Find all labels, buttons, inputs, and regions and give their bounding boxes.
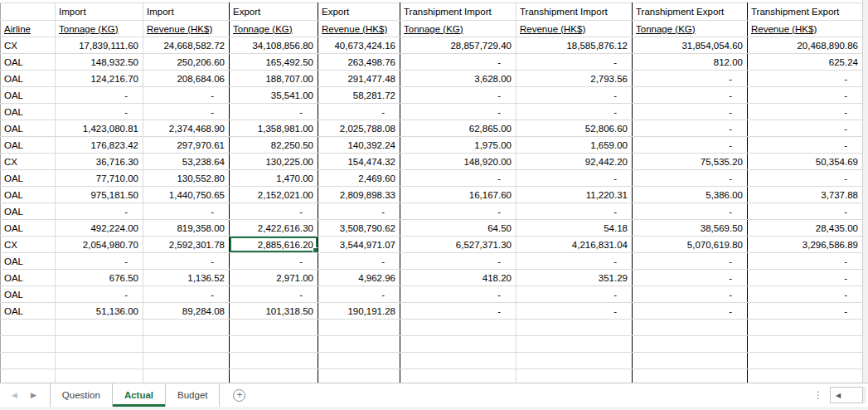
value-cell[interactable]: -: [633, 170, 748, 187]
value-cell[interactable]: 492,224.00: [56, 220, 143, 237]
value-cell[interactable]: 812.00: [633, 54, 748, 71]
value-cell[interactable]: -: [633, 203, 748, 220]
airline-cell[interactable]: OAL: [1, 104, 56, 120]
value-cell[interactable]: 676.50: [56, 270, 143, 286]
value-cell[interactable]: 819,358.00: [143, 220, 230, 237]
column-header-cell[interactable]: Tonnage (KG): [633, 21, 748, 37]
empty-cell[interactable]: [633, 353, 748, 369]
value-cell[interactable]: 36,716.30: [56, 154, 143, 170]
group-header-cell[interactable]: [1, 3, 56, 21]
airline-cell[interactable]: OAL: [1, 220, 56, 237]
value-cell[interactable]: -: [400, 104, 516, 120]
value-cell[interactable]: -: [56, 104, 143, 120]
value-cell[interactable]: -: [748, 203, 863, 220]
value-cell[interactable]: 2,469.60: [318, 170, 400, 187]
airline-cell[interactable]: OAL: [1, 170, 56, 187]
value-cell[interactable]: -: [143, 203, 230, 220]
empty-cell[interactable]: [1, 320, 56, 336]
value-cell[interactable]: 2,809,898.33: [318, 187, 400, 203]
airline-cell[interactable]: CX: [1, 37, 56, 54]
value-cell[interactable]: 130,225.00: [230, 154, 318, 170]
value-cell[interactable]: 2,793.56: [516, 71, 633, 87]
empty-cell[interactable]: [516, 336, 633, 353]
value-cell[interactable]: 28,857,729.40: [400, 37, 516, 54]
value-cell[interactable]: 351.29: [516, 270, 633, 286]
value-cell[interactable]: -: [748, 137, 863, 154]
value-cell[interactable]: 2,152,021.00: [230, 187, 318, 203]
scrollbar-track[interactable]: [863, 387, 866, 403]
empty-cell[interactable]: [633, 336, 748, 353]
value-cell[interactable]: -: [400, 253, 516, 270]
value-cell[interactable]: -: [516, 253, 633, 270]
value-cell[interactable]: 11,220.31: [516, 187, 633, 203]
group-header-cell[interactable]: Transhipment Export: [633, 3, 748, 21]
value-cell[interactable]: -: [56, 87, 143, 104]
value-cell[interactable]: -: [230, 253, 318, 270]
value-cell[interactable]: -: [633, 87, 748, 104]
value-cell[interactable]: -: [748, 286, 863, 303]
value-cell[interactable]: -: [748, 303, 863, 320]
column-header-cell[interactable]: Revenue (HK$): [748, 21, 863, 37]
airline-cell[interactable]: OAL: [1, 253, 56, 270]
scroll-left-button[interactable]: ◀: [830, 387, 863, 403]
value-cell[interactable]: 2,054,980.70: [56, 237, 143, 253]
value-cell[interactable]: 24,668,582.72: [143, 37, 230, 54]
value-cell[interactable]: 148,920.00: [400, 154, 516, 170]
empty-cell[interactable]: [516, 369, 633, 383]
airline-cell[interactable]: CX: [1, 154, 56, 170]
value-cell[interactable]: 58,281.72: [318, 87, 400, 104]
add-sheet-button[interactable]: +: [233, 383, 245, 407]
sheet-tab-actual[interactable]: Actual: [113, 383, 166, 407]
value-cell[interactable]: 3,508,790.62: [318, 220, 400, 237]
value-cell[interactable]: -: [143, 253, 230, 270]
value-cell[interactable]: 1,358,981.00: [230, 120, 318, 137]
value-cell[interactable]: 176,823.42: [56, 137, 143, 154]
value-cell[interactable]: -: [400, 286, 516, 303]
empty-cell[interactable]: [230, 320, 318, 336]
group-header-cell[interactable]: Import: [56, 3, 143, 21]
group-header-cell[interactable]: Import: [143, 3, 230, 21]
value-cell[interactable]: 1,470.00: [230, 170, 318, 187]
value-cell[interactable]: -: [748, 120, 863, 137]
value-cell[interactable]: 18,585,876.12: [516, 37, 633, 54]
value-cell[interactable]: 975,181.50: [56, 187, 143, 203]
empty-cell[interactable]: [400, 369, 516, 383]
empty-cell[interactable]: [633, 320, 748, 336]
value-cell[interactable]: 1,423,080.81: [56, 120, 143, 137]
value-cell[interactable]: 2,422,616.30: [230, 220, 318, 237]
empty-cell[interactable]: [143, 369, 230, 383]
airline-cell[interactable]: OAL: [1, 71, 56, 87]
value-cell[interactable]: 5,070,619.80: [633, 237, 748, 253]
value-cell[interactable]: 31,854,054.60: [633, 37, 748, 54]
empty-cell[interactable]: [230, 369, 318, 383]
value-cell[interactable]: -: [143, 104, 230, 120]
airline-cell[interactable]: OAL: [1, 270, 56, 286]
value-cell[interactable]: -: [748, 170, 863, 187]
value-cell[interactable]: 101,318.50: [230, 303, 318, 320]
empty-cell[interactable]: [143, 320, 230, 336]
value-cell[interactable]: 2,971.00: [230, 270, 318, 286]
value-cell[interactable]: 50,354.69: [748, 154, 863, 170]
empty-cell[interactable]: [56, 353, 143, 369]
airline-cell[interactable]: CX: [1, 237, 56, 253]
value-cell[interactable]: -: [633, 253, 748, 270]
empty-cell[interactable]: [56, 336, 143, 353]
value-cell[interactable]: 40,673,424.16: [318, 37, 400, 54]
value-cell[interactable]: -: [748, 71, 863, 87]
value-cell[interactable]: 1,659.00: [516, 137, 633, 154]
group-header-cell[interactable]: Export: [230, 3, 318, 21]
column-header-cell[interactable]: Tonnage (KG): [56, 21, 143, 37]
group-header-cell[interactable]: Transhipment Import: [516, 3, 633, 21]
value-cell[interactable]: -: [318, 286, 400, 303]
value-cell[interactable]: 2,885,616.20: [230, 237, 318, 253]
value-cell[interactable]: 291,477.48: [318, 71, 400, 87]
empty-cell[interactable]: [516, 320, 633, 336]
value-cell[interactable]: 38,569.50: [633, 220, 748, 237]
value-cell[interactable]: 140,392.24: [318, 137, 400, 154]
value-cell[interactable]: 3,296,586.89: [748, 237, 863, 253]
value-cell[interactable]: -: [633, 120, 748, 137]
value-cell[interactable]: 77,710.00: [56, 170, 143, 187]
airline-cell[interactable]: OAL: [1, 303, 56, 320]
airline-cell[interactable]: OAL: [1, 137, 56, 154]
value-cell[interactable]: -: [400, 170, 516, 187]
